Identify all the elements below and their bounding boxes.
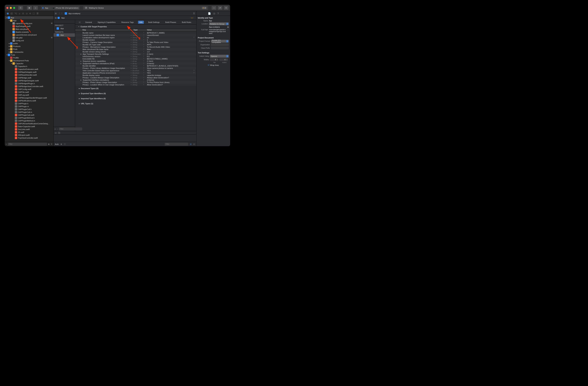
tree-row[interactable]: CAPMessageHandlerWrapper.swift [5,96,53,99]
vars-icon[interactable]: ◉ [61,143,62,145]
plist-value[interactable]: To Pick Photos from Library [146,81,196,83]
tree-row[interactable]: CAPAppDelegate.swift [5,71,53,73]
tree-row[interactable]: CAPPluginCall.h [5,108,53,111]
class-prefix-input[interactable] [211,47,229,49]
plist-row[interactable]: Privacy - Location Always Usage Descript… [75,77,196,79]
scheme-selector[interactable]: ◧ App 〉 📱 iPhone SE (2nd generation) [41,6,80,10]
debug-filter-input[interactable] [165,143,188,146]
tree-row[interactable]: CAPBridgeDelegate.swift [5,79,53,82]
tree-row[interactable]: CAPPluginMethod.h [5,116,53,119]
plist-value[interactable]: YES⇕ [146,70,196,72]
tree-row[interactable]: CAPPluginMethod.m [5,119,53,122]
plist-value[interactable]: To Record Audio With Video [146,46,196,48]
project-navigator-tab-icon[interactable]: ▦ [7,12,9,15]
tree-row[interactable]: TmpViewController.swift [5,136,53,139]
tree-row[interactable]: ▼App [5,19,53,22]
imported-types-header[interactable]: ▶Imported Type Identifiers (0) [75,96,196,101]
plist-row[interactable]: InfoDictionary version⇕String⇕6.0 [75,55,196,58]
tree-row[interactable]: LaunchScreen.storyboard [5,33,53,36]
debug-tab-icon[interactable]: ⎋ [29,12,31,15]
issue-tab-icon[interactable]: ⚠ [22,12,24,15]
plist-value[interactable]: APPL [146,44,196,46]
add-button[interactable]: + [6,143,7,145]
tree-row[interactable]: CAPNotifications.swift [5,99,53,102]
plist-value[interactable]: To Take Photos and Video [146,41,196,43]
tree-row[interactable]: ▼Capacitor [5,62,53,65]
tree-row[interactable]: ▶Frameworks [5,51,53,53]
tree-row[interactable]: CAPAssetHandler.swift [5,73,53,76]
plist-value[interactable]: (1 item) [146,60,196,62]
library-button[interactable]: + [212,6,216,10]
plist-row[interactable]: Main storyboard file base name⇕String⇕Ma… [75,48,196,51]
indent-using-select[interactable]: Spaces⇕ [210,55,229,58]
related-items-icon[interactable]: ⊞ [55,12,57,15]
plist-row[interactable]: Privacy - Microphone Usage Description⇕S… [75,46,196,48]
indent-width-stepper[interactable]: 4⇕ [219,58,228,61]
auto-label[interactable]: Auto [55,143,59,145]
file-tree[interactable]: ▼App▼Appcapacitor.config.jsonMAppDelegat… [5,16,53,142]
plist-value[interactable]: $(PRODUCT_BUNDLE_IDENTIFIER) [146,65,196,67]
history-inspector-tab-icon[interactable]: ◷ [213,12,215,15]
tree-row[interactable]: JS.swift [5,131,53,134]
stop-button[interactable]: ■ [33,6,38,10]
tree-row[interactable]: Data+Capacitor.swift [5,125,53,128]
tree-row[interactable]: CAPPluginCall.m [5,111,53,114]
tree-row[interactable]: config.xml [5,39,53,42]
plist-row[interactable]: ▶Supported interface orientations (iPad)… [75,62,196,65]
plist-row[interactable]: Bundle name⇕String⇕$(PRODUCT_NAME) [75,32,196,34]
custom-props-header[interactable]: ▼ Custom iOS Target Properties [75,25,196,29]
tree-row[interactable]: CAPUNUserNotificationCenterDeleg... [5,122,53,125]
plist-value[interactable]: 1.0 [146,51,196,53]
plist-value[interactable]: Allow Geolocation? [146,84,196,86]
plist-value[interactable]: Main [146,48,196,50]
tree-row[interactable]: ▶Products [5,45,53,48]
plist-row[interactable]: Application requires iPhone environment⇕… [75,72,196,74]
tree-row[interactable]: CAPFile.swift [5,91,53,93]
crumb-issues[interactable]: 〈 ⚠ 〉 [189,17,195,19]
plist-value[interactable]: (4 items) [146,62,196,64]
tree-row[interactable]: CAPBridge.swift [5,76,53,79]
plist-row[interactable]: Privacy - Camera Usage Description⇕Strin… [75,41,196,43]
tree-row[interactable]: Assets.xcassets [5,30,53,33]
tab-build-rules[interactable]: Build Rules [180,21,192,24]
file-inspector-tab-icon[interactable]: 📄 [208,12,211,15]
console-pane-icon[interactable]: ◱ [193,143,195,145]
tab-build-settings[interactable]: Build Settings [147,21,161,24]
plist-value[interactable]: (3 items) [146,79,196,81]
exported-types-header[interactable]: ▶Exported Type Identifiers (0) [75,91,196,96]
tree-row[interactable]: CapacitorExtension.swift [5,68,53,71]
tab-resource-tags[interactable]: Resource Tags [120,21,135,24]
plist-table[interactable]: Bundle name⇕String⇕$(PRODUCT_NAME)Launch… [75,32,196,86]
plist-row[interactable]: ▶App Transport Security Settings⇕Diction… [75,53,196,55]
plist-row[interactable]: Bundle version string (short)⇕String⇕1.0 [75,51,196,53]
plist-row[interactable]: Bundle display name⇕String⇕capacitor-tes… [75,74,196,77]
recent-filter-icon[interactable]: ◉ [48,143,50,145]
tab-info[interactable]: Info [138,21,144,24]
tree-row[interactable]: Main.storyboard [5,28,53,30]
symbol-tab-icon[interactable]: ⌥ [15,12,17,15]
project-item[interactable]: App [54,27,75,30]
outline-toggle-icon[interactable]: ◱ [79,21,81,23]
tree-row[interactable]: capacitor.config.jsonM [5,22,53,25]
plist-row[interactable]: ▶Supported interface orientations⇕Array⇕… [75,79,196,81]
adjust-editor-icon[interactable]: ☰ [193,12,195,15]
code-review-button[interactable]: ⇄ [218,6,222,10]
help-inspector-tab-icon[interactable]: ? [217,12,219,15]
debug-view-icon[interactable]: ◱ [55,132,57,134]
plist-row[interactable]: Bundle OS Type code⇕String⇕APPL [75,43,196,46]
tree-row[interactable]: CAPConfig.swift [5,88,53,91]
tree-row[interactable]: Info.plistM [5,36,53,39]
plist-value[interactable]: Store camera photos to camera [146,67,196,69]
zoom-window-icon[interactable] [13,7,15,9]
tab-width-stepper[interactable]: 4⇕ [210,58,218,61]
plist-row[interactable]: Privacy - Location When In Use Usage Des… [75,83,196,86]
document-types-header[interactable]: ▶Document Types (0) [75,86,196,91]
back-icon[interactable]: 〈 [58,12,60,15]
breakpoint-icon[interactable]: ⬛ [58,132,60,134]
report-tab-icon[interactable]: ☰ [37,12,39,15]
wrap-lines-checkbox[interactable]: ☑ [208,64,210,66]
test-tab-icon[interactable]: ◇ [26,12,28,15]
tab-general[interactable]: General [84,21,93,24]
url-types-header[interactable]: ▶URL Types (1) [75,101,196,106]
tree-row[interactable]: ▼Pods [5,53,53,56]
